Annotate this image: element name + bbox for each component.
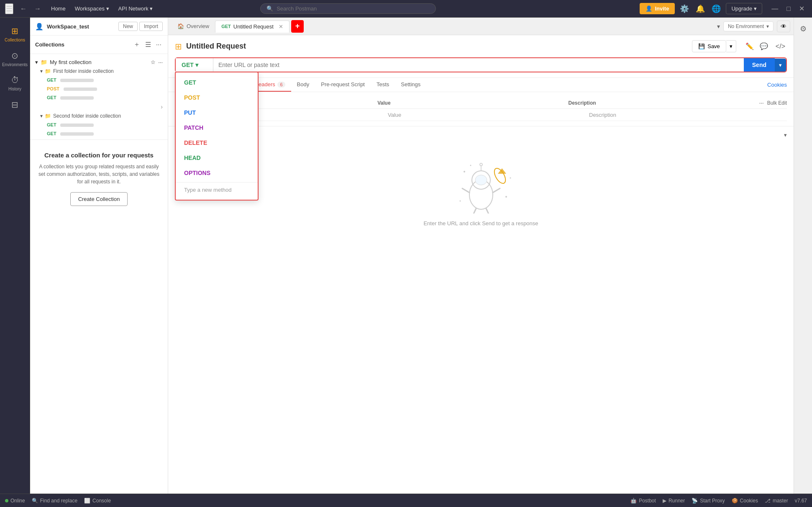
tab-close-icon[interactable]: ✕ <box>279 23 283 30</box>
cookies-bottom-button[interactable]: 🍪 Cookies <box>732 498 758 504</box>
close-button[interactable]: ✕ <box>797 4 807 13</box>
bulk-edit-link[interactable]: Bulk Edit <box>767 100 787 106</box>
more-options-button[interactable]: ··· <box>155 40 163 50</box>
method-option-get[interactable]: GET <box>176 75 258 90</box>
url-input[interactable] <box>213 58 744 72</box>
response-header: Response ▾ <box>175 131 787 138</box>
request-item-2[interactable]: POST <box>30 84 168 93</box>
send-dropdown-button[interactable]: ▾ <box>775 59 786 72</box>
right-sidebar-settings-button[interactable]: ⚙ <box>797 22 809 36</box>
edit-button[interactable]: ✏️ <box>744 41 756 52</box>
find-replace-label: Find and replace <box>40 498 77 504</box>
request-item-1[interactable]: GET <box>30 75 168 84</box>
add-collection-button[interactable]: ＋ <box>132 39 141 50</box>
minimize-button[interactable]: — <box>769 4 781 13</box>
postbot-button[interactable]: 🤖 Postbot <box>630 498 656 504</box>
method-option-head[interactable]: HEAD <box>176 150 258 165</box>
method-option-put[interactable]: PUT <box>176 105 258 120</box>
version-label: v7.67 <box>795 498 807 504</box>
svg-line-5 <box>473 208 476 214</box>
search-input[interactable] <box>277 5 430 12</box>
request-title-bar: ⊞ Untitled Request 💾 Save ▾ ✏️ 💬 </> <box>175 40 787 52</box>
search-bar[interactable]: 🔍 <box>260 3 436 14</box>
collection-my-first[interactable]: ▾ 📁 My first collection ☆ ··· <box>30 57 168 67</box>
folder-second[interactable]: ▾ 📁 Second folder inside collection <box>30 112 168 120</box>
collections-panel: 👤 WorkSpace_test New Import Collections … <box>30 18 168 494</box>
comment-button[interactable]: 💬 <box>758 41 770 52</box>
tabs-right: ▾ No Environment ▾ 👁 <box>717 21 790 32</box>
api-network-link[interactable]: API Network ▾ <box>115 4 156 13</box>
workspaces-link[interactable]: Workspaces ▾ <box>72 4 113 13</box>
menu-button[interactable]: ☰ <box>5 3 13 14</box>
folder-first[interactable]: ▾ 📁 First folder inside collection <box>30 67 168 75</box>
nav-buttons: ← → <box>18 4 44 13</box>
save-button[interactable]: 💾 Save <box>692 40 726 52</box>
invite-button[interactable]: 👤 Invite <box>640 3 675 14</box>
method-option-options[interactable]: OPTIONS <box>176 165 258 180</box>
search-icon: 🔍 <box>266 5 273 12</box>
sync-button[interactable]: 🌐 <box>710 3 722 15</box>
home-link[interactable]: Home <box>48 4 69 13</box>
sidebar-item-environments[interactable]: ⊙ Environments <box>3 46 28 71</box>
promo-desc: A collection lets you group related requ… <box>38 163 159 185</box>
online-indicator <box>5 499 8 502</box>
master-branch[interactable]: ⎇ master <box>765 498 788 504</box>
find-replace-button[interactable]: 🔍 Find and replace <box>32 498 77 504</box>
settings-button[interactable]: ⚙️ <box>678 3 691 15</box>
response-chevron-icon[interactable]: ▾ <box>784 132 787 138</box>
method-option-patch[interactable]: PATCH <box>176 120 258 135</box>
console-button[interactable]: ⬜ Console <box>84 498 111 504</box>
tab-settings[interactable]: Settings <box>395 78 426 92</box>
method-badge: GET <box>47 95 56 100</box>
tab-body[interactable]: Body <box>291 78 315 92</box>
filter-button[interactable]: ☰ <box>144 39 152 50</box>
table-more-icon[interactable]: ··· <box>759 100 764 106</box>
value-cell[interactable]: Value <box>388 112 586 118</box>
forward-button[interactable]: → <box>32 4 44 13</box>
expand-arrow[interactable]: › <box>30 102 168 112</box>
start-proxy-button[interactable]: 📡 Start Proxy <box>692 498 725 504</box>
maximize-button[interactable]: □ <box>784 4 793 13</box>
tab-tests[interactable]: Tests <box>371 78 395 92</box>
tabs-chevron-button[interactable]: ▾ <box>717 23 720 30</box>
collections-icon: ⊞ <box>11 26 18 36</box>
method-option-new[interactable]: Type a new method <box>176 182 258 197</box>
svg-point-10 <box>505 196 507 198</box>
request-item-4[interactable]: GET <box>30 120 168 129</box>
code-button[interactable]: </> <box>774 41 787 52</box>
import-button[interactable]: Import <box>139 22 163 31</box>
create-collection-button[interactable]: Create Collection <box>70 192 128 206</box>
new-tab-button[interactable]: + <box>291 20 304 33</box>
online-status: Online <box>5 498 25 504</box>
sidebar-item-collections[interactable]: ⊞ Collections <box>3 22 28 46</box>
notifications-button[interactable]: 🔔 <box>694 3 707 15</box>
desc-cell[interactable]: Description <box>589 112 787 118</box>
environment-selector[interactable]: No Environment ▾ <box>723 21 774 31</box>
tab-prerequest[interactable]: Pre-request Script <box>315 78 371 92</box>
start-proxy-label: Start Proxy <box>700 498 725 504</box>
upgrade-button[interactable]: Upgrade ▾ <box>726 3 762 14</box>
proxy-icon: 📡 <box>692 498 698 504</box>
sidebar-item-history[interactable]: ⏱ History <box>3 71 28 95</box>
runner-label: Runner <box>669 498 685 504</box>
workspace-name: WorkSpace_test <box>47 23 115 30</box>
method-option-delete[interactable]: DELETE <box>176 135 258 150</box>
tab-untitled-request[interactable]: GET Untitled Request ✕ <box>215 21 289 33</box>
method-option-post[interactable]: POST <box>176 90 258 105</box>
request-item-5[interactable]: GET <box>30 129 168 138</box>
send-button[interactable]: Send <box>744 58 775 72</box>
save-dropdown-button[interactable]: ▾ <box>726 40 736 52</box>
request-item-3[interactable]: GET <box>30 93 168 102</box>
new-button[interactable]: New <box>118 22 138 31</box>
tab-overview-label: Overview <box>187 23 209 29</box>
runner-button[interactable]: ▶ Runner <box>663 498 685 504</box>
environment-quick-look-button[interactable]: 👁 <box>777 21 790 32</box>
method-selector[interactable]: GET ▾ GET POST PUT PATCH DELETE HEAD OPT… <box>176 58 213 72</box>
url-bar: GET ▾ GET POST PUT PATCH DELETE HEAD OPT… <box>175 57 787 72</box>
tab-method-badge: GET <box>221 24 231 29</box>
folder-chevron-icon-2: ▾ <box>40 113 43 119</box>
tab-overview[interactable]: 🏠 Overview <box>172 21 215 32</box>
back-button[interactable]: ← <box>18 4 29 13</box>
cookies-link[interactable]: Cookies <box>767 82 787 88</box>
sidebar-item-apps[interactable]: ⊟ <box>3 95 28 114</box>
